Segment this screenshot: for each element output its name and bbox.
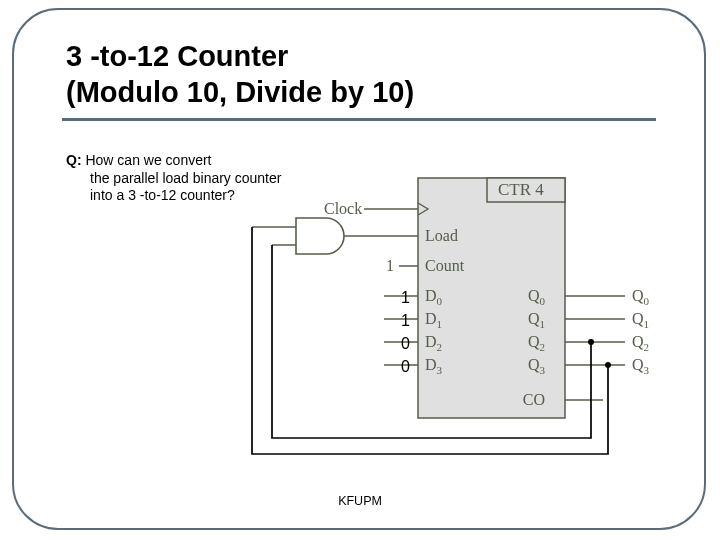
d-input-values: 1 1 0 0 [401,286,410,378]
circuit-diagram: CTR 4 Clock Load 1 Count D0 D1 D2 D3 Q0 … [0,0,720,540]
q3-outer: Q3 [632,356,650,376]
footer: KFUPM [0,494,720,508]
load-label: Load [425,227,458,244]
count-tie: 1 [386,257,394,274]
clock-label: Clock [324,200,362,217]
co-label: CO [523,391,545,408]
d3-value: 0 [401,355,410,378]
and-gate [296,218,344,254]
q1-outer: Q1 [632,310,649,330]
q0-outer: Q0 [632,287,650,307]
d1-value: 1 [401,309,410,332]
q2-outer: Q2 [632,333,649,353]
d2-value: 0 [401,332,410,355]
counter-header-label: CTR 4 [498,180,544,199]
d0-value: 1 [401,286,410,309]
count-label: Count [425,257,465,274]
